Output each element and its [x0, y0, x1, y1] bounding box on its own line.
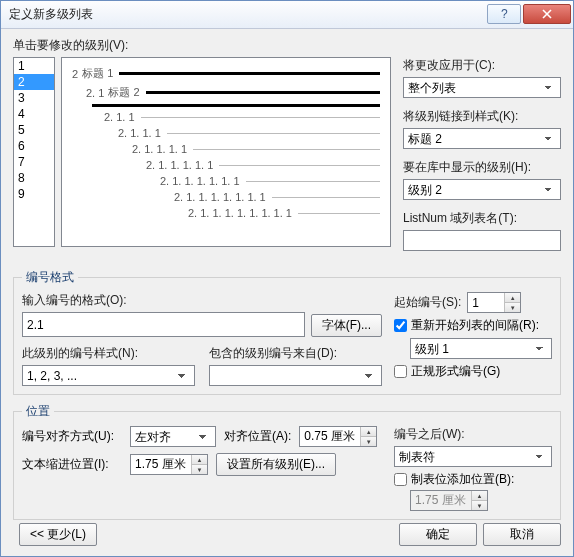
- position-group: 位置 编号对齐方式(U): 左对齐 对齐位置(A): ▲▼ 文本缩进位置(I):…: [13, 403, 561, 520]
- preview-label: 标题 2: [108, 85, 139, 100]
- level-item[interactable]: 7: [14, 154, 54, 170]
- preview-number: 2. 1. 1. 1. 1. 1. 1: [160, 175, 240, 187]
- preview-pane: 2标题 12. 1标题 22. 1. 12. 1. 1. 12. 1. 1. 1…: [61, 57, 391, 247]
- preview-number: 2. 1. 1. 1. 1. 1: [146, 159, 213, 171]
- indent-label: 文本缩进位置(I):: [22, 456, 122, 473]
- spin-up-icon[interactable]: ▲: [192, 455, 207, 465]
- restart-checkbox[interactable]: [394, 319, 407, 332]
- svg-text:?: ?: [501, 9, 508, 19]
- number-format-input[interactable]: [22, 312, 305, 337]
- cancel-button[interactable]: 取消: [483, 523, 561, 546]
- spin-down-icon[interactable]: ▼: [361, 437, 376, 446]
- preview-row: 2. 1标题 2: [72, 85, 380, 100]
- preview-line: [92, 104, 380, 107]
- indent-spinner[interactable]: ▲▼: [130, 454, 208, 475]
- position-legend: 位置: [22, 403, 54, 420]
- preview-line: [119, 72, 380, 75]
- preview-row: 2. 1. 1. 1. 1. 1: [72, 159, 380, 171]
- titlebar: 定义新多级列表 ?: [1, 1, 573, 29]
- font-button[interactable]: 字体(F)...: [311, 314, 382, 337]
- align-at-label: 对齐位置(A):: [224, 428, 291, 445]
- legal-label: 正规形式编号(G): [411, 363, 500, 380]
- follow-select[interactable]: 制表符: [394, 446, 552, 467]
- tab-stop-checkbox[interactable]: [394, 473, 407, 486]
- listnum-input[interactable]: [403, 230, 561, 251]
- level-item[interactable]: 1: [14, 58, 54, 74]
- preview-line: [298, 213, 380, 214]
- preview-number: 2. 1. 1. 1. 1. 1. 1. 1: [174, 191, 266, 203]
- help-button[interactable]: ?: [487, 4, 521, 24]
- preview-row: 2. 1. 1. 1. 1. 1. 1: [72, 175, 380, 187]
- spin-down-icon[interactable]: ▼: [505, 303, 520, 312]
- preview-row: 2. 1. 1. 1. 1: [72, 143, 380, 155]
- number-style-label: 此级别的编号样式(N):: [22, 345, 195, 362]
- start-at-spinner[interactable]: ▲▼: [467, 292, 521, 313]
- preview-number: 2. 1. 1: [104, 111, 135, 123]
- preview-line: [146, 91, 380, 94]
- spin-up-icon[interactable]: ▲: [361, 427, 376, 437]
- restart-label: 重新开始列表的间隔(R):: [411, 317, 539, 334]
- preview-number: 2. 1. 1. 1. 1. 1. 1. 1. 1: [188, 207, 292, 219]
- level-item[interactable]: 8: [14, 170, 54, 186]
- align-label: 编号对齐方式(U):: [22, 428, 122, 445]
- tab-stop-spinner: ▲▼: [410, 490, 488, 511]
- start-at-label: 起始编号(S):: [394, 294, 461, 311]
- restart-select[interactable]: 级别 1: [410, 338, 552, 359]
- level-item[interactable]: 9: [14, 186, 54, 202]
- level-item[interactable]: 4: [14, 106, 54, 122]
- link-style-select[interactable]: 标题 2: [403, 128, 561, 149]
- preview-line: [193, 149, 380, 150]
- number-format-legend: 编号格式: [22, 269, 78, 286]
- preview-number: 2. 1. 1. 1: [118, 127, 161, 139]
- number-format-group: 编号格式 输入编号的格式(O): 字体(F)... 此级别的编号样式(N): 1…: [13, 269, 561, 395]
- gallery-level-label: 要在库中显示的级别(H):: [403, 159, 561, 176]
- preview-row: 2. 1. 1. 1: [72, 127, 380, 139]
- include-from-label: 包含的级别编号来自(D):: [209, 345, 382, 362]
- preview-row: [72, 104, 380, 107]
- window-title: 定义新多级列表: [9, 6, 93, 23]
- preview-row: 2. 1. 1. 1. 1. 1. 1. 1: [72, 191, 380, 203]
- align-at-spinner[interactable]: ▲▼: [299, 426, 377, 447]
- preview-line: [141, 117, 380, 118]
- level-item[interactable]: 3: [14, 90, 54, 106]
- preview-row: 2. 1. 1. 1. 1. 1. 1. 1. 1: [72, 207, 380, 219]
- spin-down-icon: ▼: [472, 501, 487, 510]
- level-item[interactable]: 5: [14, 122, 54, 138]
- less-button[interactable]: << 更少(L): [19, 523, 97, 546]
- level-listbox[interactable]: 123456789: [13, 57, 55, 247]
- ok-button[interactable]: 确定: [399, 523, 477, 546]
- apply-to-label: 将更改应用于(C):: [403, 57, 561, 74]
- preview-number: 2. 1. 1. 1. 1: [132, 143, 187, 155]
- preview-row: 2标题 1: [72, 66, 380, 81]
- number-style-select[interactable]: 1, 2, 3, ...: [22, 365, 195, 386]
- spin-up-icon: ▲: [472, 491, 487, 501]
- gallery-level-select[interactable]: 级别 2: [403, 179, 561, 200]
- enter-format-label: 输入编号的格式(O):: [22, 292, 382, 309]
- link-style-label: 将级别链接到样式(K):: [403, 108, 561, 125]
- preview-number: 2: [72, 68, 78, 80]
- close-button[interactable]: [523, 4, 571, 24]
- include-from-select[interactable]: [209, 365, 382, 386]
- apply-to-select[interactable]: 整个列表: [403, 77, 561, 98]
- listnum-label: ListNum 域列表名(T):: [403, 210, 561, 227]
- click-level-label: 单击要修改的级别(V):: [13, 37, 561, 54]
- preview-line: [272, 197, 380, 198]
- preview-row: 2. 1. 1: [72, 111, 380, 123]
- preview-label: 标题 1: [82, 66, 113, 81]
- spin-up-icon[interactable]: ▲: [505, 293, 520, 303]
- tab-stop-label: 制表位添加位置(B):: [411, 471, 514, 488]
- level-item[interactable]: 6: [14, 138, 54, 154]
- preview-line: [246, 181, 381, 182]
- spin-down-icon[interactable]: ▼: [192, 465, 207, 474]
- preview-number: 2. 1: [86, 87, 104, 99]
- legal-checkbox[interactable]: [394, 365, 407, 378]
- follow-label: 编号之后(W):: [394, 426, 552, 443]
- preview-line: [219, 165, 380, 166]
- level-item[interactable]: 2: [14, 74, 54, 90]
- set-all-levels-button[interactable]: 设置所有级别(E)...: [216, 453, 336, 476]
- preview-line: [167, 133, 380, 134]
- align-select[interactable]: 左对齐: [130, 426, 216, 447]
